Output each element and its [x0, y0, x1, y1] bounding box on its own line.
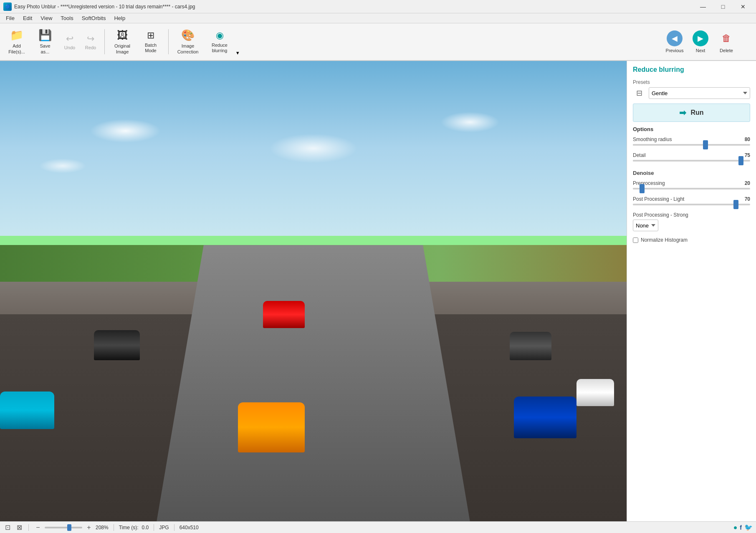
car-white [576, 379, 614, 406]
previous-button[interactable]: ◀ [667, 30, 683, 46]
menu-softorbits[interactable]: SoftOrbits [78, 14, 110, 22]
run-button[interactable]: ➡ Run [633, 104, 750, 122]
preprocessing-label: Preprocessing [633, 180, 665, 186]
smoothing-radius-track[interactable] [633, 144, 750, 146]
close-button[interactable]: ✕ [733, 0, 753, 13]
previous-nav-group: ◀ Previous [663, 30, 686, 53]
facebook-icon[interactable]: f [740, 524, 742, 531]
app-icon: 🔵 [3, 3, 12, 11]
toolbar-separator-1 [104, 29, 105, 54]
menu-edit[interactable]: Edit [19, 14, 36, 22]
reduce-blurring-icon: ◉ [216, 30, 224, 41]
preset-icon: ⊟ [633, 87, 645, 99]
batch-label: BatchMode [145, 43, 157, 53]
dropdown-arrow: ▾ [236, 26, 245, 58]
options-label: Options [633, 126, 750, 132]
smoothing-radius-row: Smoothing radius 80 [633, 136, 750, 146]
previous-label: Previous [666, 48, 684, 53]
delete-label: Delete [720, 48, 733, 53]
sky-background [0, 61, 627, 236]
panel-title: Reduce blurring [633, 66, 750, 73]
statusbar-sep-1 [28, 524, 29, 531]
detail-thumb[interactable] [738, 156, 743, 165]
post-processing-light-thumb[interactable] [733, 200, 738, 209]
time-value: 0.0 [142, 525, 149, 530]
original-icon: 🖼 [117, 29, 128, 42]
zoom-in-button[interactable]: + [85, 523, 93, 532]
image-area [0, 61, 627, 521]
status-circle-icon[interactable]: ● [733, 524, 738, 531]
zoom-slider-track[interactable] [45, 527, 82, 528]
smoothing-radius-value: 80 [745, 136, 750, 142]
zoom-out-button[interactable]: − [34, 523, 42, 532]
menu-help[interactable]: Help [110, 14, 129, 22]
redo-button[interactable]: ↪ Redo [81, 26, 100, 58]
normalize-histogram-row: Normalize Histogram [633, 237, 750, 243]
preprocessing-track[interactable] [633, 188, 750, 189]
normalize-histogram-label[interactable]: Normalize Histogram [641, 237, 688, 243]
presets-section: Presets ⊟ Gentle Medium Strong Custom [633, 79, 750, 99]
post-processing-strong-section: Post Processing - Strong None Light Medi… [633, 212, 750, 231]
zoom-view-button[interactable]: ⊡ [3, 523, 12, 532]
menubar: File Edit View Tools SoftOrbits Help [0, 13, 756, 23]
time-label: Time (s): [119, 525, 139, 530]
preset-select[interactable]: Gentle Medium Strong Custom [649, 87, 750, 99]
detail-fill [633, 160, 741, 162]
save-label: Saveas... [40, 43, 50, 54]
delete-button[interactable]: 🗑 [718, 30, 734, 46]
right-panel: Reduce blurring Presets ⊟ Gentle Medium … [627, 61, 756, 521]
main-content: Reduce blurring Presets ⊟ Gentle Medium … [0, 61, 756, 521]
reduce-blurring-button[interactable]: ◉ Reduceblurring [205, 26, 235, 58]
image-correction-icon: 🎨 [181, 29, 195, 42]
statusbar-sep-3 [154, 524, 154, 531]
detail-track[interactable] [633, 160, 750, 162]
menu-view[interactable]: View [36, 14, 56, 22]
twitter-icon[interactable]: 🐦 [744, 523, 753, 531]
smoothing-radius-fill [633, 144, 705, 146]
save-as-button[interactable]: 💾 Saveas... [32, 26, 58, 58]
image-correction-button[interactable]: 🎨 ImageCorrection [173, 26, 203, 58]
status-icons: ● f 🐦 [733, 523, 753, 531]
save-icon: 💾 [38, 29, 52, 42]
presets-label: Presets [633, 79, 750, 85]
normalize-histogram-checkbox[interactable] [633, 237, 638, 243]
menu-file[interactable]: File [2, 14, 19, 22]
car-dark1 [94, 330, 140, 360]
preprocessing-thumb[interactable] [640, 184, 645, 193]
next-nav-group: ▶ Next [689, 30, 712, 53]
car-red [263, 301, 305, 328]
post-processing-strong-select[interactable]: None Light Medium Strong [633, 220, 658, 231]
post-processing-light-track[interactable] [633, 204, 750, 205]
zoom-thumb[interactable] [67, 524, 71, 531]
statusbar-sep-4 [174, 524, 174, 531]
add-files-button[interactable]: 📁 AddFile(s)... [3, 26, 30, 58]
road [157, 245, 470, 521]
detail-value: 75 [745, 152, 750, 158]
car-blue [514, 397, 576, 438]
undo-button[interactable]: ↩ Undo [60, 26, 79, 58]
preprocessing-value: 20 [745, 180, 750, 186]
maximize-button[interactable]: □ [713, 0, 733, 13]
preset-row: ⊟ Gentle Medium Strong Custom [633, 87, 750, 99]
smoothing-radius-thumb[interactable] [703, 140, 708, 149]
menu-tools[interactable]: Tools [56, 14, 77, 22]
car-dark2 [510, 332, 551, 360]
zoom-value: 208% [96, 525, 109, 530]
detail-row: Detail 75 [633, 152, 750, 162]
denoise-label: Denoise [633, 170, 750, 176]
dimensions-label: 640x510 [180, 525, 199, 530]
minimize-button[interactable]: — [693, 0, 713, 13]
zoom-select-button[interactable]: ⊠ [15, 523, 23, 532]
next-button[interactable]: ▶ [693, 30, 708, 46]
reduce-blurring-label: Reduceblurring [212, 43, 228, 53]
batch-mode-button[interactable]: ⊞ BatchMode [137, 26, 164, 58]
delete-nav-group: 🗑 Delete [715, 30, 738, 53]
undo-icon: ↩ [66, 33, 73, 44]
cars-image [0, 61, 627, 521]
detail-label: Detail [633, 152, 646, 158]
original-image-button[interactable]: 🖼 OriginalImage [109, 26, 136, 58]
smoothing-radius-label: Smoothing radius [633, 136, 672, 142]
navigation-group: ◀ Previous ▶ Next 🗑 Delete [663, 30, 738, 53]
car-yellow [238, 402, 305, 452]
window-title: Easy Photo Unblur - ****Unregistered ver… [14, 4, 195, 10]
